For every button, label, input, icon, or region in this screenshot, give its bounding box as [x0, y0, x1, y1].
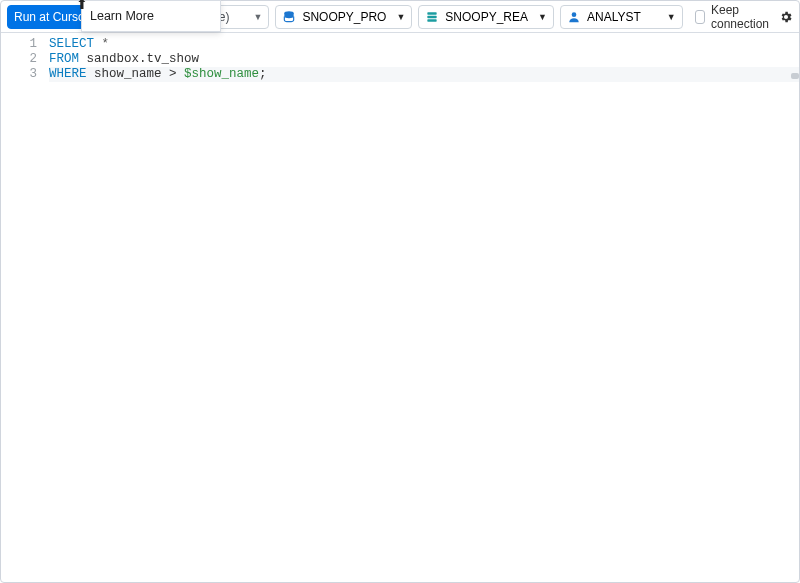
- scrollbar-thumb[interactable]: [791, 73, 799, 79]
- svg-rect-1: [428, 12, 437, 14]
- keep-connection-checkbox[interactable]: [695, 10, 705, 24]
- line-number-gutter: 123: [1, 33, 45, 582]
- token-kw: SELECT: [49, 37, 94, 51]
- run-button-label: Run at Curso: [14, 10, 85, 24]
- token-ident: ;: [259, 67, 267, 81]
- toolbar: ⬆︎ Run at Curso Learn More te) ▼ SNOOPY_…: [1, 1, 799, 33]
- code-line[interactable]: WHERE show_name > $show_name;: [49, 67, 799, 82]
- line-number: 1: [1, 37, 37, 52]
- learn-more-popup[interactable]: Learn More: [81, 0, 221, 32]
- svg-point-4: [572, 12, 577, 17]
- chevron-down-icon: ▼: [253, 12, 262, 22]
- line-number: 3: [1, 67, 37, 82]
- chevron-down-icon: ▼: [538, 12, 547, 22]
- chevron-down-icon: ▼: [396, 12, 405, 22]
- keep-connection-label: Keep connection: [711, 3, 773, 31]
- database-1-label: SNOOPY_PRO: [302, 10, 386, 24]
- settings-button[interactable]: [779, 6, 793, 28]
- token-kw: WHERE: [49, 67, 87, 81]
- chevron-down-icon: ▼: [667, 12, 676, 22]
- gear-icon: [779, 10, 793, 24]
- database-dropdown-2[interactable]: SNOOPY_REA ▼: [418, 5, 554, 29]
- token-ident: show_name >: [87, 67, 185, 81]
- svg-rect-3: [428, 19, 437, 21]
- database-2-label: SNOOPY_REA: [445, 10, 528, 24]
- keep-connection-toggle[interactable]: Keep connection: [695, 3, 773, 31]
- database-dropdown-1[interactable]: SNOOPY_PRO ▼: [275, 5, 412, 29]
- code-line[interactable]: SELECT *: [49, 37, 799, 52]
- token-kw: FROM: [49, 52, 79, 66]
- app-window: ⬆︎ Run at Curso Learn More te) ▼ SNOOPY_…: [0, 0, 800, 583]
- code-line[interactable]: FROM sandbox.tv_show: [49, 52, 799, 67]
- database-icon: [282, 10, 296, 24]
- role-label: ANALYST: [587, 10, 641, 24]
- role-dropdown[interactable]: ANALYST ▼: [560, 5, 683, 29]
- line-number: 2: [1, 52, 37, 67]
- token-star: *: [94, 37, 109, 51]
- token-ident: sandbox.tv_show: [79, 52, 199, 66]
- token-var: $show_name: [184, 67, 259, 81]
- learn-more-label: Learn More: [90, 9, 154, 23]
- sql-editor[interactable]: 123 SELECT *FROM sandbox.tv_showWHERE sh…: [1, 33, 799, 582]
- svg-rect-2: [428, 15, 437, 17]
- run-at-cursor-button[interactable]: Run at Curso: [7, 5, 92, 29]
- role-badge-icon: [567, 10, 581, 24]
- code-area[interactable]: SELECT *FROM sandbox.tv_showWHERE show_n…: [45, 33, 799, 582]
- schema-icon: [425, 10, 439, 24]
